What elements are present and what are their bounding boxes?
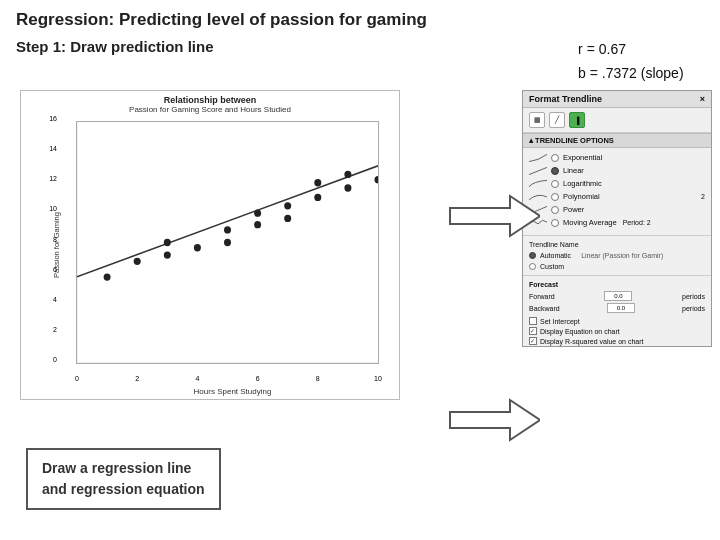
auto-label: Automatic [540,252,571,259]
cb-set-intercept[interactable] [529,317,537,325]
label-power: Power [563,205,584,214]
trendline-icon-row: ▦ ╱ ▐ [523,108,711,133]
svg-point-14 [314,194,321,201]
radio-logarithmic[interactable] [551,180,559,188]
display-equation-label: Display Equation on chart [540,328,620,335]
svg-point-17 [344,171,351,178]
icon-line[interactable]: ╱ [549,112,565,128]
svg-point-7 [194,244,201,251]
svg-point-6 [164,239,171,246]
arrow-forecast-annotation [390,390,540,450]
svg-point-10 [254,221,261,228]
svg-marker-21 [450,400,540,440]
radio-custom[interactable] [529,263,536,270]
icon-column[interactable]: ▐ [569,112,585,128]
backward-unit: periods [682,305,705,312]
auto-name-row[interactable]: Automatic Linear (Passion for Gamir) [523,250,711,261]
backward-input[interactable] [607,303,635,313]
label-exponential: Exponential [563,153,602,162]
stat-b: b = .7372 (slope) [578,62,696,86]
label-logarithmic: Logarithmic [563,179,602,188]
svg-point-13 [284,202,291,209]
svg-point-5 [164,251,171,258]
radio-auto[interactable] [529,252,536,259]
icon-bar[interactable]: ▦ [529,112,545,128]
option-power[interactable]: Power [529,203,705,216]
label-moving-average: Moving Average [563,218,617,227]
option-linear[interactable]: Linear [529,164,705,177]
svg-point-12 [284,215,291,222]
trendline-name-section: Trendline Name [523,239,711,250]
option-exponential[interactable]: Exponential [529,151,705,164]
set-intercept-row[interactable]: Set Intercept [523,316,711,326]
svg-point-8 [224,239,231,246]
x-axis-label: Hours Spent Studying [76,387,389,396]
display-equation-row[interactable]: Display Equation on chart [523,326,711,336]
svg-point-4 [134,258,141,265]
scatter-chart: Relationship between Passion for Gaming … [20,90,400,400]
label-linear: Linear [563,166,584,175]
chart-inner: 0 2 4 6 8 10 12 14 16 0 2 4 6 8 10 [76,121,379,364]
auto-value: Linear (Passion for Gamir) [581,252,663,259]
trendline-options-list: Exponential Linear Logarithmic Polynomia… [523,148,711,232]
custom-name-row[interactable]: Custom [523,261,711,272]
display-rsquared-label: Display R-squared value on chart [540,338,644,345]
svg-point-18 [374,176,378,183]
bottom-label-line2: and regression equation [42,479,205,500]
display-rsquared-row[interactable]: Display R-squared value on chart [523,336,711,346]
bottom-label-box: Draw a regression line and regression eq… [26,448,221,510]
forecast-title: Forecast [529,281,705,288]
arrow-linear-annotation [390,186,540,246]
chart-title-main: Relationship between [21,95,399,105]
forward-input[interactable] [604,291,632,301]
forward-row: Forward periods [529,290,705,302]
trendline-header: Format Trendline × [523,91,711,108]
radio-power[interactable] [551,206,559,214]
trendline-panel: Format Trendline × ▦ ╱ ▐ ▴ TRENDLINE OPT… [522,90,712,347]
backward-row: Backward periods [529,302,705,314]
label-polynomial: Polynomial [563,192,600,201]
svg-point-11 [254,209,261,216]
svg-line-2 [77,166,378,277]
svg-line-19 [529,167,547,174]
radio-moving-average[interactable] [551,219,559,227]
close-icon[interactable]: × [700,94,705,104]
forward-unit: periods [682,293,705,300]
cb-display-rsquared[interactable] [529,337,537,345]
cb-display-equation[interactable] [529,327,537,335]
page-title: Regression: Predicting level of passion … [16,10,704,30]
bottom-label-line1: Draw a regression line [42,458,205,479]
chart-svg [77,122,378,363]
svg-point-9 [224,226,231,233]
forecast-section: Forecast Forward periods Backward period… [523,279,711,316]
trendline-name-label: Trendline Name [529,241,579,248]
radio-linear[interactable] [551,167,559,175]
backward-label: Backward [529,305,560,312]
trendline-title: Format Trendline [529,94,602,104]
option-moving-average[interactable]: Moving Average Period: 2 [529,216,705,229]
page-container: Regression: Predicting level of passion … [0,0,720,540]
svg-point-15 [314,179,321,186]
radio-exponential[interactable] [551,154,559,162]
forward-label: Forward [529,293,555,300]
stat-r: r = 0.67 [578,38,696,62]
set-intercept-label: Set Intercept [540,318,580,325]
option-polynomial[interactable]: Polynomial 2 [529,190,705,203]
trendline-options-title: ▴ TRENDLINE OPTIONS [523,133,711,148]
svg-point-16 [344,184,351,191]
chart-subtitle: Passion for Gaming Score and Hours Studi… [21,105,399,114]
radio-polynomial[interactable] [551,193,559,201]
option-logarithmic[interactable]: Logarithmic [529,177,705,190]
svg-point-3 [104,273,111,280]
custom-label: Custom [540,263,564,270]
